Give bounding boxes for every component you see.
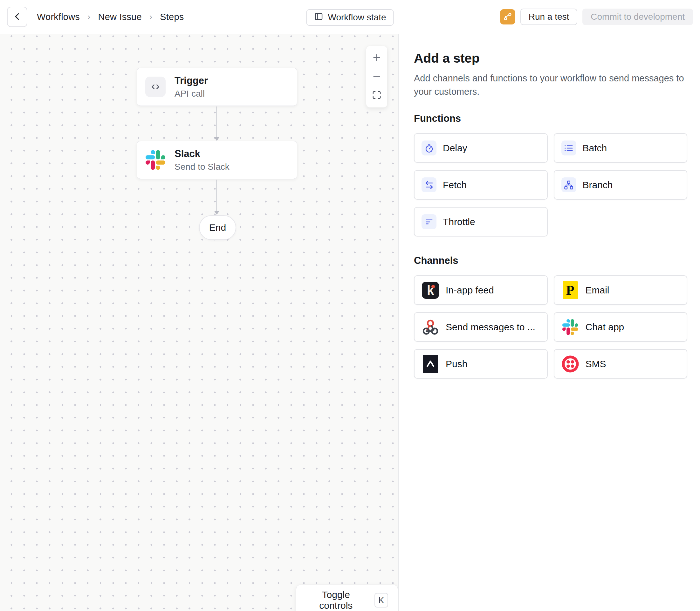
zoom-out-button[interactable]	[370, 70, 384, 84]
trigger-node-title: Trigger	[175, 75, 208, 87]
panel-left-icon	[314, 12, 323, 24]
channel-card-webhook[interactable]: Send messages to ...	[414, 312, 548, 342]
zoom-in-button[interactable]	[370, 51, 384, 65]
expo-icon	[423, 355, 438, 373]
end-node-label: End	[209, 222, 226, 233]
commit-development-button[interactable]: Commit to development	[582, 9, 693, 25]
git-branch-icon	[503, 12, 512, 22]
workflow-canvas[interactable]: Trigger API call Slack Send to Slack En	[0, 34, 398, 611]
function-card-throttle[interactable]: Throttle	[414, 207, 548, 237]
slack-icon	[145, 150, 166, 170]
breadcrumb-workflows[interactable]: Workflows	[37, 12, 80, 22]
top-bar: Workflows › New Issue › Steps Workflow s…	[0, 0, 700, 34]
function-card-batch[interactable]: Batch	[554, 133, 688, 163]
panel-description: Add channels and functions to your workf…	[414, 72, 685, 98]
back-button[interactable]	[7, 7, 27, 27]
workflow-state-button[interactable]: Workflow state	[306, 9, 393, 26]
function-label: Fetch	[443, 180, 467, 190]
channels-heading: Channels	[414, 255, 687, 266]
arrow-left-right-icon	[421, 177, 436, 192]
trigger-node[interactable]: Trigger API call	[137, 68, 297, 106]
keyboard-shortcut-badge: K	[374, 593, 388, 608]
throttle-icon	[421, 214, 436, 229]
function-card-branch[interactable]: Branch	[554, 170, 688, 200]
network-icon	[562, 177, 576, 192]
add-step-panel: Add a step Add channels and functions to…	[398, 34, 700, 611]
channel-label: SMS	[585, 359, 606, 369]
channel-card-email[interactable]: P Email	[554, 275, 688, 305]
channel-label: Send messages to ...	[446, 322, 535, 332]
slack-node-title: Slack	[175, 148, 229, 160]
zoom-controls	[366, 46, 387, 107]
slack-node-subtitle: Send to Slack	[175, 162, 229, 172]
run-test-label: Run a test	[528, 12, 569, 22]
channels-grid: k In-app feed P Email	[414, 275, 687, 378]
maximize-icon	[372, 90, 382, 101]
end-node: End	[199, 215, 236, 240]
breadcrumb-steps: Steps	[160, 12, 184, 22]
slack-icon	[562, 318, 579, 336]
code-icon	[145, 77, 166, 97]
breadcrumb: Workflows › New Issue › Steps	[37, 12, 184, 22]
breadcrumb-separator: ›	[87, 12, 91, 22]
webhook-icon	[421, 318, 439, 336]
function-card-delay[interactable]: Delay	[414, 133, 548, 163]
function-label: Batch	[583, 143, 607, 153]
plus-icon	[372, 53, 382, 63]
channel-card-push[interactable]: Push	[414, 349, 548, 378]
edge-slack-to-end	[217, 180, 217, 214]
function-label: Throttle	[443, 217, 475, 227]
breadcrumb-separator: ›	[149, 12, 153, 22]
knock-icon: k	[422, 282, 439, 299]
run-test-button[interactable]: Run a test	[520, 9, 578, 25]
channel-card-in-app-feed[interactable]: k In-app feed	[414, 275, 548, 305]
channel-label: Email	[585, 285, 609, 296]
commit-development-label: Commit to development	[591, 12, 685, 22]
postmark-icon: P	[563, 281, 578, 299]
trigger-node-subtitle: API call	[175, 89, 208, 99]
channel-label: Push	[446, 359, 467, 369]
fit-view-button[interactable]	[370, 89, 384, 103]
channel-card-sms[interactable]: SMS	[554, 349, 688, 378]
list-icon	[562, 140, 576, 155]
functions-heading: Functions	[414, 113, 687, 124]
workflow-state-label: Workflow state	[328, 12, 386, 23]
toggle-controls-label: Toggle controls	[306, 590, 366, 611]
chevron-left-icon	[12, 12, 22, 22]
function-label: Branch	[583, 180, 613, 190]
edge-trigger-to-slack	[217, 106, 217, 140]
toggle-controls-button[interactable]: Toggle controls K	[296, 585, 398, 611]
twilio-icon	[562, 355, 579, 373]
timer-icon	[421, 140, 436, 155]
function-label: Delay	[443, 143, 467, 153]
function-card-fetch[interactable]: Fetch	[414, 170, 548, 200]
functions-grid: Delay Batch Fetch Branch	[414, 133, 687, 237]
channel-label: Chat app	[585, 322, 624, 332]
topbar-actions: Run a test Commit to development	[500, 9, 693, 25]
channel-label: In-app feed	[446, 285, 494, 296]
channel-card-chat-app[interactable]: Chat app	[554, 312, 688, 342]
panel-title: Add a step	[414, 51, 687, 66]
git-branch-button[interactable]	[500, 9, 515, 25]
slack-node[interactable]: Slack Send to Slack	[137, 141, 297, 179]
breadcrumb-new-issue[interactable]: New Issue	[98, 12, 142, 22]
minus-icon	[372, 71, 382, 82]
